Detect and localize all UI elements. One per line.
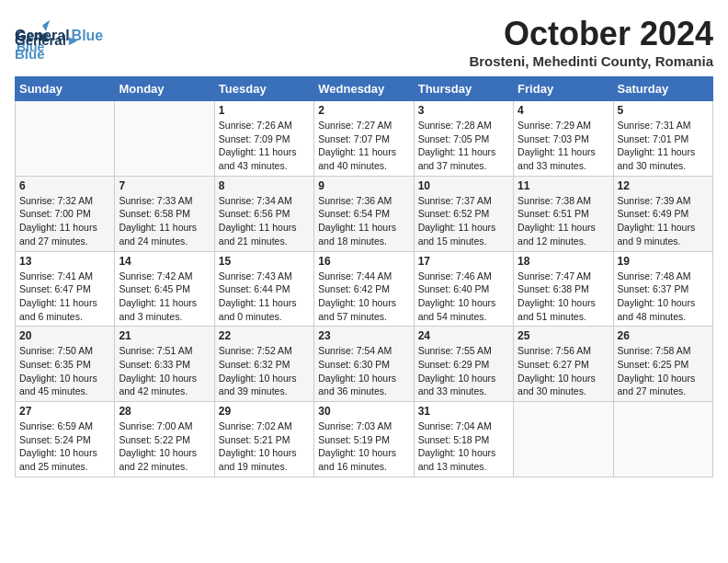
day-info: Sunrise: 7:56 AM Sunset: 6:27 PM Dayligh… [518,344,609,398]
day-number: 13 [19,255,110,268]
calendar-cell: 4Sunrise: 7:29 AM Sunset: 7:03 PM Daylig… [514,101,613,177]
day-info: Sunrise: 7:39 AM Sunset: 6:49 PM Dayligh… [618,194,709,248]
calendar-cell: 1Sunrise: 7:26 AM Sunset: 7:09 PM Daylig… [214,101,313,177]
day-number: 17 [418,255,509,268]
calendar-cell: 21Sunrise: 7:51 AM Sunset: 6:33 PM Dayli… [115,327,214,402]
calendar-cell: 23Sunrise: 7:54 AM Sunset: 6:30 PM Dayli… [314,327,414,402]
calendar-cell: 27Sunrise: 6:59 AM Sunset: 5:24 PM Dayli… [16,402,115,477]
day-info: Sunrise: 7:47 AM Sunset: 6:38 PM Dayligh… [518,270,609,324]
day-info: Sunrise: 7:32 AM Sunset: 7:00 PM Dayligh… [19,194,110,248]
day-number: 4 [518,104,609,117]
day-number: 29 [219,405,310,418]
calendar-week-row: 13Sunrise: 7:41 AM Sunset: 6:47 PM Dayli… [16,251,713,327]
calendar-cell: 17Sunrise: 7:46 AM Sunset: 6:40 PM Dayli… [414,251,513,327]
day-number: 23 [318,329,409,342]
month-title: October 2024 [469,15,713,53]
calendar-cell: 19Sunrise: 7:48 AM Sunset: 6:37 PM Dayli… [613,251,712,327]
calendar-cell: 31Sunrise: 7:04 AM Sunset: 5:18 PM Dayli… [414,402,513,477]
day-number: 31 [418,405,509,418]
calendar-cell: 15Sunrise: 7:43 AM Sunset: 6:44 PM Dayli… [214,251,313,327]
day-info: Sunrise: 7:58 AM Sunset: 6:25 PM Dayligh… [618,344,709,398]
calendar-cell: 6Sunrise: 7:32 AM Sunset: 7:00 PM Daylig… [16,176,115,251]
day-number: 19 [618,255,709,268]
calendar-cell: 2Sunrise: 7:27 AM Sunset: 7:07 PM Daylig… [314,101,414,177]
title-block: October 2024 Brosteni, Mehedinti County,… [469,15,713,69]
day-number: 28 [119,405,210,418]
day-info: Sunrise: 7:43 AM Sunset: 6:44 PM Dayligh… [219,270,310,324]
weekday-header: Tuesday [214,77,313,101]
calendar-cell: 30Sunrise: 7:03 AM Sunset: 5:19 PM Dayli… [314,402,414,477]
calendar-cell: 18Sunrise: 7:47 AM Sunset: 6:38 PM Dayli… [514,251,613,327]
calendar-cell: 16Sunrise: 7:44 AM Sunset: 6:42 PM Dayli… [314,251,414,327]
day-number: 26 [618,329,709,342]
day-number: 30 [318,405,409,418]
weekday-header: Friday [514,77,613,101]
calendar-cell [16,101,115,177]
calendar-cell [115,101,214,177]
page-header: General Blue General Blue General► Blue … [15,15,713,69]
day-info: Sunrise: 7:55 AM Sunset: 6:29 PM Dayligh… [418,344,509,398]
day-number: 1 [219,104,310,117]
day-number: 14 [119,255,210,268]
day-number: 22 [219,329,310,342]
day-number: 18 [518,255,609,268]
day-number: 9 [318,179,409,192]
day-info: Sunrise: 7:33 AM Sunset: 6:58 PM Dayligh… [119,194,210,248]
day-info: Sunrise: 7:02 AM Sunset: 5:21 PM Dayligh… [219,419,310,474]
calendar-week-row: 20Sunrise: 7:50 AM Sunset: 6:35 PM Dayli… [16,327,713,402]
calendar-cell: 9Sunrise: 7:36 AM Sunset: 6:54 PM Daylig… [314,176,414,251]
day-info: Sunrise: 7:27 AM Sunset: 7:07 PM Dayligh… [318,119,409,173]
day-number: 10 [418,179,509,192]
calendar-cell: 25Sunrise: 7:56 AM Sunset: 6:27 PM Dayli… [514,327,613,402]
day-number: 2 [318,104,409,117]
day-number: 24 [418,329,509,342]
calendar-table: SundayMondayTuesdayWednesdayThursdayFrid… [15,76,713,477]
day-number: 20 [19,329,110,342]
calendar-cell: 7Sunrise: 7:33 AM Sunset: 6:58 PM Daylig… [115,176,214,251]
day-info: Sunrise: 7:37 AM Sunset: 6:52 PM Dayligh… [418,194,509,248]
day-info: Sunrise: 7:44 AM Sunset: 6:42 PM Dayligh… [318,270,409,324]
day-info: Sunrise: 7:50 AM Sunset: 6:35 PM Dayligh… [19,344,110,398]
day-number: 21 [119,329,210,342]
calendar-cell: 22Sunrise: 7:52 AM Sunset: 6:32 PM Dayli… [214,327,313,402]
day-info: Sunrise: 7:51 AM Sunset: 6:33 PM Dayligh… [119,344,210,398]
day-info: Sunrise: 7:41 AM Sunset: 6:47 PM Dayligh… [19,270,110,324]
day-number: 6 [19,179,110,192]
day-info: Sunrise: 7:26 AM Sunset: 7:09 PM Dayligh… [219,119,310,173]
day-number: 3 [418,104,509,117]
day-info: Sunrise: 7:03 AM Sunset: 5:19 PM Dayligh… [318,419,409,474]
day-number: 11 [518,179,609,192]
day-info: Sunrise: 6:59 AM Sunset: 5:24 PM Dayligh… [19,419,110,474]
day-info: Sunrise: 7:36 AM Sunset: 6:54 PM Dayligh… [318,194,409,248]
calendar-cell: 29Sunrise: 7:02 AM Sunset: 5:21 PM Dayli… [214,402,313,477]
day-info: Sunrise: 7:42 AM Sunset: 6:45 PM Dayligh… [119,270,210,324]
day-info: Sunrise: 7:00 AM Sunset: 5:22 PM Dayligh… [119,419,210,474]
day-number: 27 [19,405,110,418]
weekday-header-row: SundayMondayTuesdayWednesdayThursdayFrid… [16,77,713,101]
day-info: Sunrise: 7:04 AM Sunset: 5:18 PM Dayligh… [418,419,509,474]
calendar-week-row: 27Sunrise: 6:59 AM Sunset: 5:24 PM Dayli… [16,402,713,477]
calendar-cell: 11Sunrise: 7:38 AM Sunset: 6:51 PM Dayli… [514,176,613,251]
calendar-week-row: 6Sunrise: 7:32 AM Sunset: 7:00 PM Daylig… [16,176,713,251]
day-number: 12 [618,179,709,192]
day-info: Sunrise: 7:34 AM Sunset: 6:56 PM Dayligh… [219,194,310,248]
weekday-header: Wednesday [314,77,414,101]
logo: General Blue General Blue General► Blue [15,18,103,61]
day-number: 8 [219,179,310,192]
day-info: Sunrise: 7:38 AM Sunset: 6:51 PM Dayligh… [518,194,609,248]
location: Brosteni, Mehedinti County, Romania [469,53,713,69]
calendar-cell: 10Sunrise: 7:37 AM Sunset: 6:52 PM Dayli… [414,176,513,251]
calendar-cell: 24Sunrise: 7:55 AM Sunset: 6:29 PM Dayli… [414,327,513,402]
calendar-cell: 26Sunrise: 7:58 AM Sunset: 6:25 PM Dayli… [613,327,712,402]
logo-general-text: General► [15,33,80,47]
logo-blue-text: Blue [15,47,80,61]
day-number: 7 [119,179,210,192]
weekday-header: Saturday [613,77,712,101]
day-info: Sunrise: 7:52 AM Sunset: 6:32 PM Dayligh… [219,344,310,398]
day-number: 25 [518,329,609,342]
day-number: 16 [318,255,409,268]
calendar-cell: 5Sunrise: 7:31 AM Sunset: 7:01 PM Daylig… [613,101,712,177]
day-number: 15 [219,255,310,268]
weekday-header: Sunday [16,77,115,101]
calendar-cell: 13Sunrise: 7:41 AM Sunset: 6:47 PM Dayli… [16,251,115,327]
